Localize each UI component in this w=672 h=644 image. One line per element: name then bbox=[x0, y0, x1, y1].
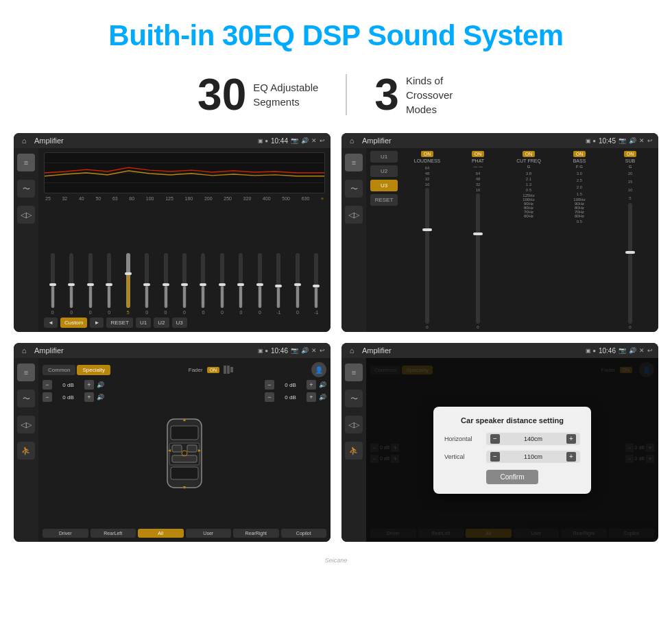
time-1: 10:44 bbox=[271, 137, 288, 145]
vol-minus-fl[interactable]: − bbox=[43, 380, 52, 390]
vertical-minus[interactable]: − bbox=[490, 452, 500, 462]
rearleft-btn-3[interactable]: RearLeft bbox=[91, 529, 136, 538]
eq-slider-10[interactable]: 0 bbox=[232, 253, 250, 315]
eq-sliders: 0 0 0 0 5 bbox=[44, 205, 325, 315]
copilot-btn-3[interactable]: Copilot bbox=[281, 529, 327, 538]
back-icon-2[interactable]: ↩ bbox=[647, 137, 653, 144]
phat-on[interactable]: ON bbox=[472, 151, 485, 157]
play-button[interactable]: ► bbox=[90, 318, 104, 328]
sidebar-eq-icon-4[interactable]: ≡ bbox=[345, 363, 363, 381]
sidebar-wave-icon-2[interactable]: 〜 bbox=[345, 180, 363, 198]
u1-button-1[interactable]: U1 bbox=[136, 318, 151, 328]
stat-crossover-number: 3 bbox=[374, 73, 399, 117]
sidebar-bt-icon-3[interactable]: ⛹ bbox=[17, 442, 35, 460]
time-3: 10:46 bbox=[271, 347, 288, 355]
confirm-button[interactable]: Confirm bbox=[486, 470, 538, 484]
sidebar-wave-icon-3[interactable]: 〜 bbox=[17, 390, 35, 407]
eq-slider-3[interactable]: 0 bbox=[100, 253, 117, 315]
bass-on[interactable]: ON bbox=[573, 151, 586, 157]
back-icon-1[interactable]: ↩ bbox=[320, 137, 325, 144]
sidebar-eq-icon-2[interactable]: ≡ bbox=[345, 154, 363, 171]
eq-slider-9[interactable]: 0 bbox=[213, 253, 230, 315]
eq-slider-8[interactable]: 0 bbox=[195, 253, 212, 315]
driver-btn-3[interactable]: Driver bbox=[43, 529, 88, 538]
eq-slider-0[interactable]: 0 bbox=[44, 253, 61, 315]
user-btn-3[interactable]: User bbox=[186, 529, 232, 538]
eq-slider-4[interactable]: 5 bbox=[119, 253, 136, 315]
horizontal-minus[interactable]: − bbox=[490, 434, 500, 444]
record-icon-4: ▣ ● bbox=[586, 348, 596, 354]
fader-on-3[interactable]: ON bbox=[207, 367, 220, 373]
sidebar-eq-icon[interactable]: ≡ bbox=[17, 154, 35, 171]
eq-slider-14[interactable]: -1 bbox=[308, 253, 325, 315]
reset-button-1[interactable]: RESET bbox=[106, 318, 133, 328]
close-icon-4[interactable]: ✕ bbox=[639, 347, 645, 354]
volume-icon-4: 🔊 bbox=[629, 347, 636, 354]
home-icon-3[interactable]: ⌂ bbox=[19, 346, 29, 355]
sidebar-bt-icon-4[interactable]: ⛹ bbox=[345, 442, 363, 460]
sub-on[interactable]: ON bbox=[624, 151, 637, 157]
eq-slider-2[interactable]: 0 bbox=[82, 253, 99, 315]
avatar-3: 👤 bbox=[311, 362, 326, 377]
eq-slider-6[interactable]: 0 bbox=[157, 253, 174, 315]
phat-slider[interactable]: 64 48 32 16 0 bbox=[476, 171, 481, 329]
sub-label: SUB bbox=[625, 158, 635, 163]
vol-plus-fr[interactable]: + bbox=[307, 380, 316, 390]
close-icon-2[interactable]: ✕ bbox=[639, 137, 645, 144]
sidebar-wave-icon[interactable]: 〜 bbox=[17, 180, 35, 198]
eq-slider-1[interactable]: 0 bbox=[62, 253, 80, 315]
eq-slider-5[interactable]: 0 bbox=[138, 253, 155, 315]
vertical-plus[interactable]: + bbox=[566, 452, 576, 462]
reset-preset[interactable]: RESET bbox=[370, 194, 398, 206]
sidebar-wave-icon-4[interactable]: 〜 bbox=[345, 390, 363, 407]
vol-plus-rr[interactable]: + bbox=[307, 392, 316, 402]
u3-button-1[interactable]: U3 bbox=[172, 318, 187, 328]
home-icon-1[interactable]: ⌂ bbox=[19, 136, 29, 145]
u2-preset[interactable]: U2 bbox=[370, 165, 398, 177]
horizontal-ctrl: − 140cm + bbox=[486, 433, 580, 445]
horizontal-plus[interactable]: + bbox=[566, 434, 576, 444]
rearright-btn-3[interactable]: RearRight bbox=[233, 529, 279, 538]
svg-rect-5 bbox=[171, 467, 198, 479]
vol-plus-fl[interactable]: + bbox=[84, 380, 94, 390]
u1-preset[interactable]: U1 bbox=[370, 151, 398, 163]
vol-minus-rl[interactable]: − bbox=[43, 392, 52, 402]
specialty-tab-3[interactable]: Specialty bbox=[77, 365, 110, 375]
home-icon-2[interactable]: ⌂ bbox=[347, 136, 357, 145]
eq-slider-13[interactable]: 0 bbox=[289, 253, 306, 315]
stat-crossover-label: Kinds ofCrossover Modes bbox=[406, 73, 475, 117]
close-icon-3[interactable]: ✕ bbox=[311, 347, 317, 354]
back-icon-3[interactable]: ↩ bbox=[320, 347, 325, 354]
vol-plus-rl[interactable]: + bbox=[84, 392, 94, 402]
sidebar-vol-icon-3[interactable]: ◁▷ bbox=[17, 416, 35, 433]
sidebar-vol-icon-4[interactable]: ◁▷ bbox=[345, 416, 363, 433]
cutfreq-on[interactable]: ON bbox=[523, 151, 536, 157]
dialog-box: Car speaker distance setting Horizontal … bbox=[433, 407, 591, 494]
sidebar-eq-icon-3[interactable]: ≡ bbox=[17, 363, 35, 381]
u3-preset[interactable]: U3 bbox=[370, 180, 398, 191]
custom-button[interactable]: Custom bbox=[60, 318, 88, 328]
vol-val-fr: 0 dB bbox=[277, 382, 304, 388]
eq-slider-7[interactable]: 0 bbox=[176, 253, 193, 315]
vol-minus-rr[interactable]: − bbox=[265, 392, 274, 402]
left-vol-controls: − 0 dB + 🔊 − 0 dB + 🔊 bbox=[43, 380, 104, 526]
sidebar-vol-icon-2[interactable]: ◁▷ bbox=[345, 206, 363, 224]
record-icon-3: ▣ ● bbox=[258, 348, 268, 354]
loudness-slider[interactable]: 64 48 32 16 0 bbox=[425, 166, 430, 329]
prev-button[interactable]: ◄ bbox=[44, 318, 58, 328]
common-tab-3[interactable]: Common bbox=[43, 365, 75, 375]
eq-slider-12[interactable]: -1 bbox=[270, 253, 287, 315]
vol-row-rl: − 0 dB + 🔊 bbox=[43, 392, 104, 402]
sidebar-vol-icon[interactable]: ◁▷ bbox=[17, 206, 35, 224]
app-title-4: Amplifier bbox=[362, 346, 583, 355]
close-icon-1[interactable]: ✕ bbox=[311, 137, 317, 144]
u2-button-1[interactable]: U2 bbox=[154, 318, 169, 328]
loudness-on[interactable]: ON bbox=[421, 151, 434, 157]
eq-slider-11[interactable]: 0 bbox=[251, 253, 268, 315]
all-btn-3[interactable]: All bbox=[138, 529, 184, 538]
vol-minus-fr[interactable]: − bbox=[265, 380, 274, 390]
svg-text:►: ► bbox=[197, 448, 202, 453]
speaker-icon-rl: 🔊 bbox=[97, 394, 104, 401]
back-icon-4[interactable]: ↩ bbox=[647, 347, 653, 354]
home-icon-4[interactable]: ⌂ bbox=[347, 346, 357, 355]
